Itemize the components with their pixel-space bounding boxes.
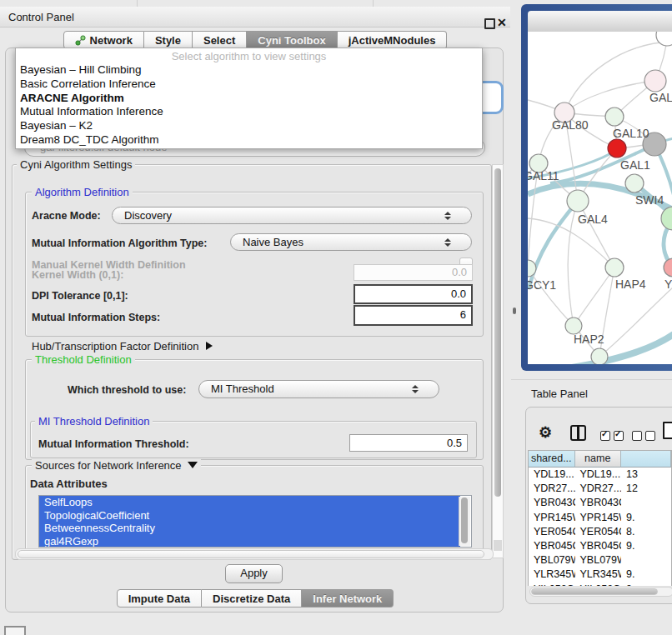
mi-steps-label: Mutual Information Steps: xyxy=(32,312,160,323)
table-cell: 12 xyxy=(621,482,671,496)
apply-button[interactable]: Apply xyxy=(225,564,283,583)
which-threshold-combobox[interactable]: MI Threshold xyxy=(198,380,439,398)
network-node[interactable] xyxy=(656,32,672,46)
tab-style[interactable]: Style xyxy=(144,31,193,49)
list-vertical-scrollbar[interactable] xyxy=(459,497,470,546)
dropdown-item-bayesian-hill-climbing[interactable]: Bayesian – Hill Climbing xyxy=(16,63,482,78)
dropdown-item-mutual-information-inference[interactable]: Mutual Information Inference xyxy=(16,105,482,119)
tab-network[interactable]: Network xyxy=(63,31,144,49)
table-cell: 9 xyxy=(621,582,671,587)
network-node[interactable] xyxy=(661,207,672,230)
settings-horizontal-scrollbar[interactable] xyxy=(15,548,494,560)
tab-label: jActiveMNodules xyxy=(349,34,436,47)
select-all-checkboxes-icon[interactable]: ✓✓ xyxy=(600,428,627,442)
close-panel-icon[interactable]: ✕ xyxy=(497,16,507,29)
table-cell: 13 xyxy=(621,468,671,482)
kernel-width-label: Kernel Width (0,1): xyxy=(32,269,123,281)
gear-icon[interactable]: ⚙ xyxy=(539,424,552,441)
tab-jactivemnodules[interactable]: jActiveMNodules xyxy=(338,31,448,49)
table-cell: YPR145W xyxy=(575,511,622,525)
dock-panel-icon[interactable] xyxy=(4,626,26,635)
deselect-all-checkboxes-icon[interactable] xyxy=(632,428,659,442)
settings-vertical-scrollbar[interactable] xyxy=(492,164,504,558)
table-row[interactable]: YLR345WYLR345W9. xyxy=(529,568,671,582)
hub-definition-toggle[interactable]: Hub/Transcription Factor Definition xyxy=(32,340,213,352)
aracne-mode-combobox[interactable]: Discovery xyxy=(112,207,472,224)
network-node-gal1[interactable] xyxy=(608,139,626,158)
tab-label: Discretize Data xyxy=(213,592,290,605)
columns-icon[interactable] xyxy=(570,425,586,441)
float-panel-icon[interactable] xyxy=(484,18,495,29)
table-row[interactable]: YER054CYER054C8. xyxy=(529,525,671,539)
network-node[interactable] xyxy=(591,348,608,364)
attribute-item-topologicalcoefficient[interactable]: TopologicalCoefficient xyxy=(39,509,460,522)
table-row[interactable]: YDR27...YDR27...12 xyxy=(529,482,671,496)
network-window-titlebar[interactable] xyxy=(528,11,672,32)
screen: { "window": {"title": "Control Panel", "… xyxy=(0,0,672,635)
table-row[interactable]: YPR145WYPR145W9. xyxy=(529,511,671,525)
network-node-label: GAL80 xyxy=(552,118,589,132)
expanded-arrow-icon xyxy=(188,462,198,468)
table-row[interactable]: YBR045CYBR045C9. xyxy=(529,539,671,553)
network-node-hap4[interactable] xyxy=(605,258,624,277)
tab-infer-network[interactable]: Infer Network xyxy=(302,589,394,608)
dpi-tolerance-field[interactable]: 0.0 xyxy=(354,284,473,304)
scrollbar-thumb[interactable] xyxy=(461,498,468,543)
column-header-shared[interactable]: shared... xyxy=(529,451,575,468)
tab-label: Infer Network xyxy=(313,592,382,605)
mi-threshold-field[interactable]: 0.5 xyxy=(349,434,468,452)
kernel-width-field[interactable]: 0.0 xyxy=(354,264,473,281)
tab-select[interactable]: Select xyxy=(193,31,247,49)
table-panel-separator xyxy=(511,379,672,380)
scrollbar-track-block xyxy=(494,540,502,551)
table-cell: 9. xyxy=(621,539,671,553)
network-node-label: HAP4 xyxy=(615,278,646,291)
network-edge xyxy=(529,201,578,289)
network-node-y[interactable] xyxy=(664,258,672,277)
attribute-item-betweennesscentrality[interactable]: BetweennessCentrality xyxy=(39,522,460,535)
dropdown-item-dream8-dc-tdc-algorithm[interactable]: Dream8 DC_TDC Algorithm xyxy=(16,133,482,148)
collapsed-arrow-icon xyxy=(206,342,213,350)
table-row[interactable]: YBL079WYBL079W xyxy=(529,553,671,568)
scrollbar-thumb[interactable] xyxy=(531,588,658,595)
mi-steps-field[interactable]: 6 xyxy=(354,305,473,326)
tab-cyni-toolbox[interactable]: Cyni Toolbox xyxy=(247,31,337,49)
column-header-col3[interactable] xyxy=(621,451,671,468)
mi-algorithm-type-combobox[interactable]: Naive Bayes xyxy=(230,233,472,251)
data-attributes-list: SelfLoopsTopologicalCoefficientBetweenne… xyxy=(38,495,472,548)
network-node-label: GAL11 xyxy=(528,169,559,182)
network-view-canvas[interactable]: GALGAL80GAL10GAL1GAL11SWI4GAL4GCY1HAP4YH… xyxy=(528,32,672,364)
table-row[interactable]: YDL19...YDL19...13 xyxy=(529,468,671,482)
sources-toggle[interactable]: Sources for Network Inference xyxy=(32,459,201,472)
table-body: YDL19...YDL19...13YDR27...YDR27...12YBR0… xyxy=(529,468,671,586)
mi-threshold-label: Mutual Information Threshold: xyxy=(38,438,189,450)
dropdown-item-bayesian-k2[interactable]: Bayesian – K2 xyxy=(16,119,482,133)
spinner-arrows-icon xyxy=(444,238,463,247)
scrollbar-thumb[interactable] xyxy=(18,550,484,558)
algorithm-dropdown-prompt: Select algorithm to view settings xyxy=(16,50,482,63)
scrollbar-thumb[interactable] xyxy=(494,168,501,497)
attribute-item-gal4rgexp[interactable]: gal4RGexp xyxy=(39,535,460,548)
dropdown-item-aracne-algorithm[interactable]: ARACNE Algorithm xyxy=(16,92,482,106)
panel-splitter-grip[interactable] xyxy=(513,308,516,314)
table-horizontal-scrollbar[interactable] xyxy=(529,587,672,597)
attribute-item-selfloops[interactable]: SelfLoops xyxy=(39,496,460,509)
network-node-swi4[interactable] xyxy=(625,174,644,192)
network-node-gal[interactable] xyxy=(644,70,666,92)
table-panel-title: Table Panel xyxy=(531,388,588,400)
control-panel-titlebar: Control Panel ✕ xyxy=(0,7,510,28)
network-node-gal4[interactable] xyxy=(567,190,589,212)
dropdown-item-basic-correlation-inference[interactable]: Basic Correlation Inference xyxy=(16,78,482,92)
document-icon[interactable] xyxy=(663,422,672,439)
table-row[interactable]: YIL052CYIL052C9 xyxy=(529,582,671,587)
network-node-gal10[interactable] xyxy=(605,108,624,126)
table-cell: YBL079W xyxy=(529,553,575,568)
table-cell: 9. xyxy=(621,511,671,525)
table-row[interactable]: YBR043CYBR043C xyxy=(529,496,671,510)
column-header-name[interactable]: name xyxy=(575,451,622,468)
table-cell: YDL19... xyxy=(529,468,575,482)
network-node-hap2[interactable] xyxy=(565,318,582,334)
checked-box-glyph: ✓ xyxy=(614,431,624,441)
tab-discretize-data[interactable]: Discretize Data xyxy=(202,589,302,608)
tab-impute-data[interactable]: Impute Data xyxy=(117,589,202,608)
